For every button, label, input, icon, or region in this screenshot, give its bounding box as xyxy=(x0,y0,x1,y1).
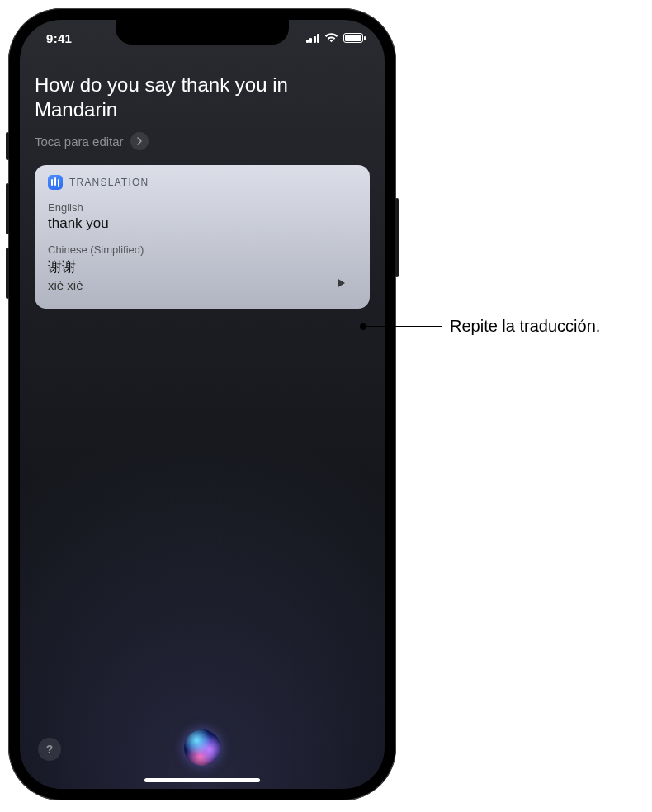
status-time: 9:41 xyxy=(38,31,72,45)
mute-switch[interactable] xyxy=(6,132,9,160)
question-mark-icon: ? xyxy=(46,743,54,756)
callout-leader-line xyxy=(363,326,442,327)
target-language-label: Chinese (Simplified) xyxy=(48,243,357,256)
target-text: 谢谢 xyxy=(48,257,357,276)
help-button[interactable]: ? xyxy=(38,738,61,761)
callout-label: Repite la traducción. xyxy=(450,317,600,336)
chevron-right-icon xyxy=(130,132,149,150)
side-button[interactable] xyxy=(395,198,399,277)
play-icon xyxy=(335,277,347,289)
screen: 9:41 How do you say thank you in Mandari… xyxy=(20,20,385,789)
tap-to-edit-label: Toca para editar xyxy=(35,135,124,149)
phone-frame: 9:41 How do you say thank you in Mandari… xyxy=(8,8,396,800)
translation-card[interactable]: TRANSLATION English thank you Chinese (S… xyxy=(35,165,370,309)
battery-icon xyxy=(343,33,363,43)
siri-orb-button[interactable] xyxy=(184,729,220,766)
play-translation-button[interactable] xyxy=(330,272,352,294)
source-language-label: English xyxy=(48,201,357,214)
cellular-icon xyxy=(306,34,320,43)
wifi-icon xyxy=(324,33,338,43)
volume-down-button[interactable] xyxy=(6,248,9,299)
source-text: thank you xyxy=(48,215,357,232)
status-bar: 9:41 xyxy=(20,20,385,56)
card-title: TRANSLATION xyxy=(69,177,149,188)
volume-up-button[interactable] xyxy=(6,183,9,234)
home-indicator[interactable] xyxy=(144,778,260,782)
translation-app-icon xyxy=(48,175,63,190)
siri-query: How do you say thank you in Mandarin xyxy=(35,73,370,122)
tap-to-edit-button[interactable]: Toca para editar xyxy=(35,132,370,150)
target-pinyin: xiè xiè xyxy=(48,278,357,292)
